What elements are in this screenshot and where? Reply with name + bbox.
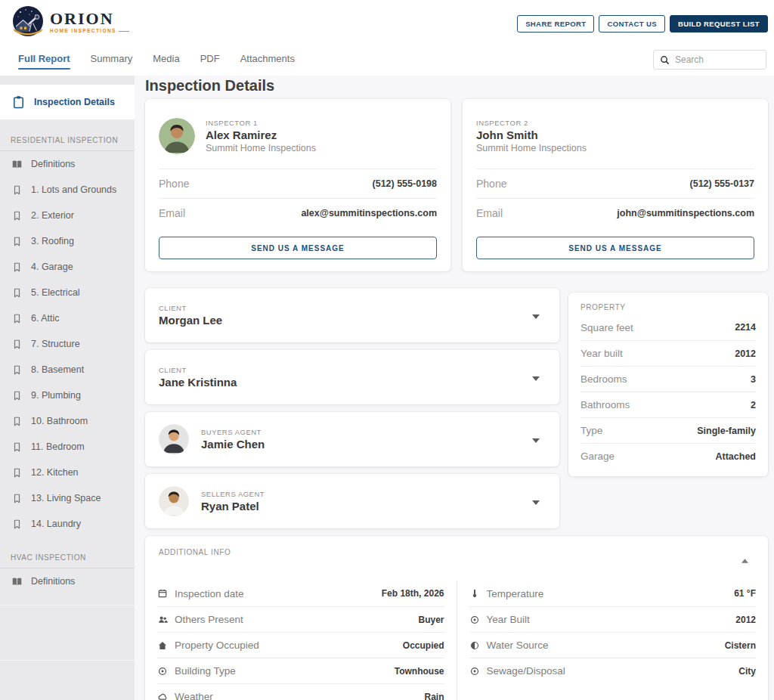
sidebar-item[interactable]: 12. Kitchen (0, 460, 135, 485)
property-value: 2214 (735, 322, 756, 333)
sidebar-item-label: 12. Kitchen (31, 467, 79, 478)
send-message-button[interactable]: SEND US A MESSAGE (476, 237, 754, 259)
phone-label: Phone (159, 178, 189, 190)
sidebar-item-label: 5. Electrical (31, 287, 80, 298)
sidebar-item[interactable]: 1. Lots and Grounds (0, 177, 135, 203)
chevron-down-icon[interactable] (532, 494, 540, 508)
sidebar-item[interactable]: 5. Electrical (0, 280, 135, 305)
sidebar-item-label: 14. Laundry (31, 519, 81, 529)
info-value: 61 °F (734, 588, 756, 599)
bookmark-icon (11, 210, 23, 221)
sidebar-item[interactable]: 14. Laundry (0, 511, 135, 537)
tab-summary[interactable]: Summary (91, 53, 133, 64)
tab-attachments[interactable]: Attachments (240, 53, 295, 64)
client-card-1[interactable]: CLIENT Morgan Lee (145, 288, 559, 342)
sidebar-item[interactable]: Definitions (0, 568, 135, 594)
sidebar-item[interactable]: 9. Plumbing (0, 383, 135, 408)
agent-avatar (159, 424, 189, 454)
send-message-button[interactable]: SEND US A MESSAGE (159, 237, 437, 259)
sidebar-item[interactable]: 7. Structure (0, 331, 135, 357)
bookmark-icon (11, 467, 23, 479)
chevron-down-icon[interactable] (532, 308, 540, 322)
sidebar-item[interactable]: Definitions (0, 151, 135, 177)
tab-pdf[interactable]: PDF (200, 53, 220, 64)
top-header: ORION HOME INSPECTIONS SHARE REPORT CONT… (0, 0, 774, 76)
sidebar-item-inspection-details[interactable]: Inspection Details (0, 85, 135, 119)
property-row: Square feet 2214 (580, 314, 756, 340)
sidebar-item[interactable]: 11. Bedroom (0, 434, 135, 460)
sidebar-item[interactable]: 3. Roofing (0, 228, 135, 254)
property-row: Bedrooms 3 (580, 366, 756, 392)
info-row: Building Type Townhouse (157, 658, 444, 683)
info-value: Occupied (403, 640, 444, 651)
contact-us-button[interactable]: CONTACT US (599, 15, 665, 33)
bookmark-icon (11, 390, 23, 401)
sidebar-item[interactable]: 8. Basement (0, 357, 135, 383)
home-icon (157, 641, 168, 650)
client-card-2[interactable]: CLIENT Jane Kristinna (145, 350, 559, 404)
property-row: Garage Attached (580, 443, 756, 469)
target-icon (469, 667, 480, 676)
chevron-down-icon[interactable] (532, 370, 540, 384)
people-icon (157, 615, 168, 624)
inspector-card-1: INSPECTOR 1 Alex Ramirez Summit Home Ins… (145, 99, 450, 271)
email-row: Email john@summitinspections.com (476, 198, 754, 228)
sidebar-item[interactable]: 13. Living Space (0, 485, 135, 511)
target-icon (469, 615, 480, 624)
target-icon (157, 667, 168, 676)
sidebar-item-label: Definitions (31, 159, 75, 169)
build-request-list-button[interactable]: BUILD REQUEST LIST (670, 15, 768, 33)
brand-name: ORION (50, 11, 129, 27)
thermometer-icon (469, 589, 480, 598)
inspectors-row: INSPECTOR 1 Alex Ramirez Summit Home Ins… (145, 99, 768, 271)
collapse-chevron-up-icon[interactable] (741, 553, 748, 566)
property-label: Type (580, 425, 602, 436)
section-title-hvac: HVAC INSPECTION (0, 537, 135, 568)
bookmark-icon (11, 416, 23, 427)
additional-info-panel: ADDITIONAL INFO Inspection date Feb 18th… (145, 536, 768, 700)
info-value: Buyer (418, 615, 444, 625)
sidebar-item-label: Definitions (31, 576, 75, 587)
phone-label: Phone (476, 178, 506, 190)
share-report-button[interactable]: SHARE REPORT (517, 15, 594, 33)
search-box (653, 50, 766, 70)
email-row: Email alex@summitinspections.com (159, 198, 437, 228)
sidebar-item[interactable]: 10. Bathroom (0, 408, 135, 434)
info-value: Townhouse (395, 666, 444, 677)
orion-logo: ORION HOME INSPECTIONS (11, 5, 129, 39)
phone-row: Phone (512) 555-0137 (476, 169, 754, 198)
property-title: PROPERTY (580, 303, 756, 311)
sidebar-divider (0, 660, 135, 661)
search-input[interactable] (675, 54, 760, 65)
tab-full-report[interactable]: Full Report (18, 53, 70, 64)
buyers-agent-card[interactable]: BUYERS AGENT Jamie Chen (145, 412, 559, 466)
info-label: Temperature (487, 588, 544, 599)
person-name: Jane Kristinna (159, 376, 237, 389)
inspector-company: Summit Home Inspections (206, 143, 316, 153)
sidebar-item-label: 9. Plumbing (31, 390, 81, 401)
water-contrast-icon (469, 641, 480, 650)
tab-media[interactable]: Media (153, 53, 179, 64)
sidebar-item[interactable]: 6. Attic (0, 305, 135, 331)
inspector-role: INSPECTOR 1 (206, 119, 316, 127)
sidebar-item[interactable]: 2. Exterior (0, 203, 135, 228)
chevron-down-icon[interactable] (532, 432, 540, 446)
sellers-agent-card[interactable]: SELLERS AGENT Ryan Patel (145, 474, 559, 528)
agent-avatar (159, 486, 189, 516)
property-label: Bedrooms (580, 373, 627, 385)
search-icon (660, 55, 670, 65)
info-label: Water Source (487, 640, 549, 651)
info-label: Building Type (175, 665, 236, 677)
sidebar: Inspection Details RESIDENTIAL INSPECTIO… (0, 76, 135, 700)
orion-logo-emblem (11, 5, 45, 39)
sidebar-divider (0, 605, 135, 606)
property-value: 2 (751, 400, 756, 410)
sidebar-item-label: 6. Attic (31, 313, 60, 324)
property-value: Single-family (697, 426, 756, 436)
additional-info-title: ADDITIONAL INFO (145, 548, 768, 556)
bookmark-icon (11, 493, 23, 504)
email-label: Email (476, 207, 503, 219)
sidebar-item[interactable]: 4. Garage (0, 254, 135, 280)
info-row: Inspection date Feb 18th, 2026 (157, 581, 444, 606)
inspector-company: Summit Home Inspections (476, 143, 587, 153)
